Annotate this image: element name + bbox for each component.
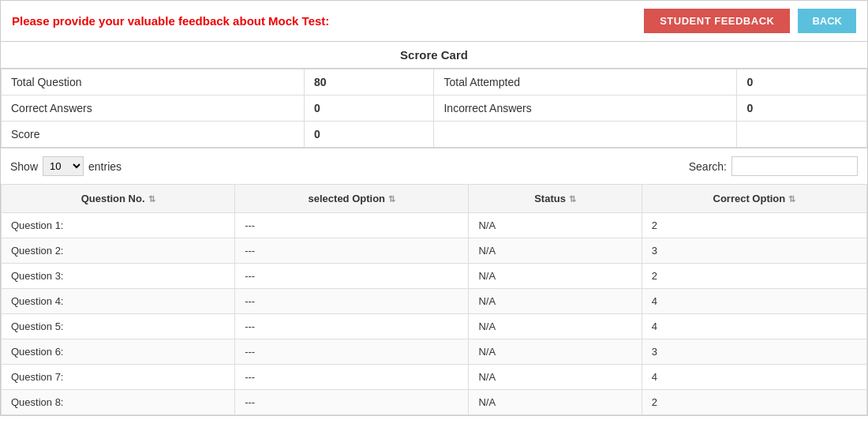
score-card-section: Scrore Card Total Question 80 Total Atte… [1,42,867,148]
table-body: Question 1: --- N/A 2 Question 2: --- N/… [2,213,867,415]
question-cell: Question 1: [2,213,235,238]
selected-option-cell: --- [235,289,469,314]
status-cell: N/A [469,365,642,390]
status-cell: N/A [469,339,642,365]
question-cell: Question 2: [2,238,235,264]
question-cell: Question 8: [2,390,235,415]
question-cell: Question 5: [2,314,235,339]
table-controls: Show 102550100 entries Search: [1,148,867,184]
selected-option-cell: --- [235,365,469,390]
table-row: Question 4: --- N/A 4 [2,289,867,314]
score-label2 [434,122,737,148]
selected-option-cell: --- [235,314,469,339]
score-label2: Total Attempted [434,69,737,96]
search-input[interactable] [731,156,858,176]
table-row: Question 3: --- N/A 2 [2,264,867,289]
feedback-text: Please provide your valuable feedback ab… [12,14,329,28]
correct-option-cell: 3 [642,238,866,264]
table-column-header[interactable]: selected Option⇅ [235,185,469,213]
correct-option-cell: 2 [642,390,866,415]
table-row: Question 2: --- N/A 3 [2,238,867,264]
score-value: 0 [304,96,434,122]
score-label2: Incorrect Answers [434,96,737,122]
search-label: Search: [689,160,727,173]
sort-icon: ⇅ [148,194,155,204]
selected-option-cell: --- [235,213,469,238]
main-container: Please provide your valuable feedback ab… [0,0,868,416]
selected-option-cell: --- [235,264,469,289]
selected-option-cell: --- [235,390,469,415]
search-area: Search: [689,156,858,176]
question-cell: Question 4: [2,289,235,314]
score-label: Total Question [2,69,305,96]
table-column-header[interactable]: Question No.⇅ [2,185,235,213]
table-row: Question 5: --- N/A 4 [2,314,867,339]
score-value: 80 [304,69,434,96]
sort-icon: ⇅ [569,194,576,204]
score-card-row: Score 0 [2,122,867,148]
score-card-table: Total Question 80 Total Attempted 0 Corr… [1,69,867,148]
selected-option-cell: --- [235,238,469,264]
score-label: Score [2,122,305,148]
show-entries: Show 102550100 entries [10,156,122,176]
status-cell: N/A [469,238,642,264]
correct-option-cell: 2 [642,213,866,238]
score-card-row: Total Question 80 Total Attempted 0 [2,69,867,96]
selected-option-cell: --- [235,339,469,365]
data-table: Question No.⇅selected Option⇅Status⇅Corr… [1,184,867,415]
sort-icon: ⇅ [788,194,795,204]
status-cell: N/A [469,289,642,314]
score-value: 0 [304,122,434,148]
question-cell: Question 3: [2,264,235,289]
entries-label: entries [88,160,122,173]
back-button[interactable]: BACK [798,9,856,33]
table-row: Question 7: --- N/A 4 [2,365,867,390]
score-value2 [737,122,867,148]
question-cell: Question 7: [2,365,235,390]
table-row: Question 8: --- N/A 2 [2,390,867,415]
show-label: Show [10,160,38,173]
question-cell: Question 6: [2,339,235,365]
table-column-header[interactable]: Correct Option⇅ [642,185,866,213]
table-row: Question 6: --- N/A 3 [2,339,867,365]
entries-select[interactable]: 102550100 [43,156,84,176]
score-value2: 0 [737,69,867,96]
score-value2: 0 [737,96,867,122]
score-label: Correct Answers [2,96,305,122]
table-header-row: Question No.⇅selected Option⇅Status⇅Corr… [2,185,867,213]
score-card-title: Scrore Card [1,42,867,69]
sort-icon: ⇅ [388,194,395,204]
status-cell: N/A [469,390,642,415]
table-column-header[interactable]: Status⇅ [469,185,642,213]
student-feedback-button[interactable]: STUDENT FEEDBACK [644,9,790,33]
header-right: STUDENT FEEDBACK BACK [644,9,856,33]
correct-option-cell: 4 [642,314,866,339]
score-card-row: Correct Answers 0 Incorrect Answers 0 [2,96,867,122]
header-bar: Please provide your valuable feedback ab… [1,1,867,42]
status-cell: N/A [469,314,642,339]
correct-option-cell: 3 [642,339,866,365]
correct-option-cell: 4 [642,289,866,314]
status-cell: N/A [469,264,642,289]
status-cell: N/A [469,213,642,238]
table-row: Question 1: --- N/A 2 [2,213,867,238]
correct-option-cell: 4 [642,365,866,390]
correct-option-cell: 2 [642,264,866,289]
